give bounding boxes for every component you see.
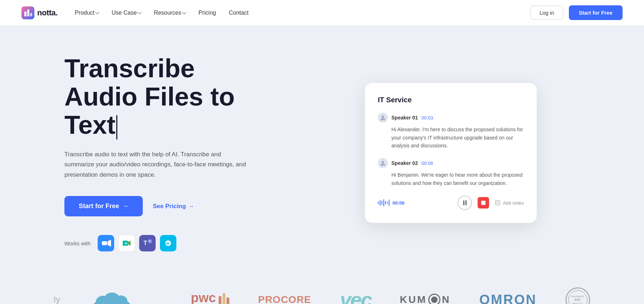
hero-section: Transcribe Audio Files to Text Transcrib…: [0, 26, 644, 273]
hero-left: Transcribe Audio Files to Text Transcrib…: [64, 54, 279, 251]
header-right: Log in Start for Free: [531, 5, 623, 20]
start-free-hero-button[interactable]: Start for Free →: [64, 196, 143, 216]
resources-chevron-icon: [182, 10, 186, 14]
add-notes-label: Add notes: [503, 200, 524, 206]
pricing-arrow-icon: →: [188, 203, 194, 210]
svg-text:M: M: [125, 242, 127, 245]
svg-rect-5: [102, 241, 107, 245]
svg-text:EST.: EST.: [575, 298, 581, 301]
speaker2-header: Speaker 02 00:08: [378, 158, 524, 168]
wave-bar: [380, 200, 381, 206]
works-with: Works with M: [64, 235, 279, 251]
header-left: notta. Product Use Case Resources Pricin…: [21, 6, 249, 19]
playback-time: 00:09: [392, 200, 404, 206]
logo-text: notta.: [37, 8, 58, 18]
nav-pricing[interactable]: Pricing: [199, 10, 216, 16]
start-free-header-button[interactable]: Start for Free: [569, 5, 623, 20]
svg-text:W: W: [166, 241, 170, 245]
logo[interactable]: notta.: [21, 6, 58, 19]
partial-logo: ly: [54, 295, 60, 304]
speaker2-block: Speaker 02 00:08 Hi Benjamin. We're eage…: [378, 158, 524, 187]
zoom-icon: [98, 235, 114, 251]
webex-icon: W: [160, 235, 176, 251]
waveform-visual: [378, 198, 390, 207]
university-seal-logo: UNIVERSITY EST. MDCCCXL: [565, 287, 590, 304]
hero-title: Transcribe Audio Files to Text: [64, 54, 279, 139]
arrow-right-icon: →: [122, 202, 128, 210]
speaker2-time: 00:08: [421, 161, 433, 166]
site-header: notta. Product Use Case Resources Pricin…: [0, 0, 644, 26]
wave-bar: [383, 199, 384, 206]
svg-rect-2: [27, 9, 29, 16]
app-icons: M T T W: [98, 235, 176, 251]
main-nav: Product Use Case Resources Pricing Conta…: [75, 10, 249, 16]
svg-rect-3: [30, 13, 32, 16]
logos-section: ly salesforce pwc PricewaterhouseCoopers…: [0, 273, 644, 304]
wave-bar: [387, 202, 388, 204]
speaker2-name: Speaker 02: [391, 160, 418, 166]
svg-rect-10: [141, 237, 154, 250]
svg-rect-1: [24, 11, 26, 16]
speaker1-name: Speaker 01: [391, 115, 418, 121]
svg-point-18: [381, 161, 384, 163]
speaker2-avatar: [378, 158, 388, 168]
svg-point-17: [381, 116, 384, 118]
transcription-card: IT Service Speaker 01 00:03 Hi Alexander…: [365, 83, 537, 223]
hero-title-line1: Transcribe: [64, 54, 195, 83]
card-controls: 00:09 Add notes: [378, 196, 524, 210]
pause-button[interactable]: [458, 196, 472, 210]
salesforce-logo: salesforce: [89, 289, 135, 304]
svg-text:MDCCCXL: MDCCCXL: [572, 303, 583, 304]
login-button[interactable]: Log in: [531, 6, 563, 20]
wave-bar: [385, 201, 386, 205]
speaker1-time: 00:03: [421, 115, 433, 121]
yec-logo: yec: [340, 289, 371, 304]
use-case-chevron-icon: [138, 10, 142, 14]
svg-rect-19: [496, 201, 500, 205]
see-pricing-link[interactable]: See Pricing →: [153, 203, 194, 210]
omron-logo: OMRON: [479, 292, 537, 304]
hero-right: IT Service Speaker 01 00:03 Hi Alexander…: [279, 83, 601, 223]
speaker1-header: Speaker 01 00:03: [378, 113, 524, 123]
nav-use-case[interactable]: Use Case: [112, 10, 141, 16]
speaker1-text: Hi Alexander. I'm here to discuss the pr…: [378, 126, 524, 149]
card-title: IT Service: [378, 96, 524, 104]
nav-resources[interactable]: Resources: [154, 10, 185, 16]
kumon-logo: KUM N: [400, 294, 451, 304]
svg-text:T: T: [149, 240, 151, 243]
pwc-logo: pwc PricewaterhouseCoopers: [164, 291, 229, 304]
waveform-area: 00:09: [378, 198, 452, 207]
svg-text:UNIVERSITY: UNIVERSITY: [571, 295, 585, 298]
hero-subtitle: Transcribe audio to text with the help o…: [64, 149, 250, 181]
add-notes-button[interactable]: Add notes: [495, 200, 524, 206]
wave-bar: [381, 201, 382, 205]
works-with-label: Works with: [64, 240, 91, 246]
stop-button[interactable]: [478, 197, 489, 209]
speaker1-block: Speaker 01 00:03 Hi Alexander. I'm here …: [378, 113, 524, 149]
wave-bar: [378, 201, 379, 204]
hero-title-line2: Audio Files to Text: [64, 82, 235, 139]
ms-teams-icon: T T: [139, 235, 156, 251]
pause-icon: [463, 200, 467, 205]
speaker1-avatar: [378, 113, 388, 123]
procore-logo: PROCORE: [258, 294, 311, 304]
svg-text:T: T: [143, 240, 147, 246]
wave-bar: [389, 200, 390, 206]
speaker2-text: Hi Benjamin. We're eager to hear more ab…: [378, 171, 524, 187]
notta-logo-icon: [21, 6, 34, 19]
google-meet-icon: M: [118, 235, 135, 251]
cursor-blink: [116, 115, 117, 139]
stop-icon: [481, 201, 486, 205]
nav-product[interactable]: Product: [75, 10, 99, 16]
notes-icon: [495, 200, 501, 206]
nav-contact[interactable]: Contact: [229, 10, 249, 16]
product-chevron-icon: [95, 10, 99, 14]
hero-actions: Start for Free → See Pricing →: [64, 196, 279, 216]
